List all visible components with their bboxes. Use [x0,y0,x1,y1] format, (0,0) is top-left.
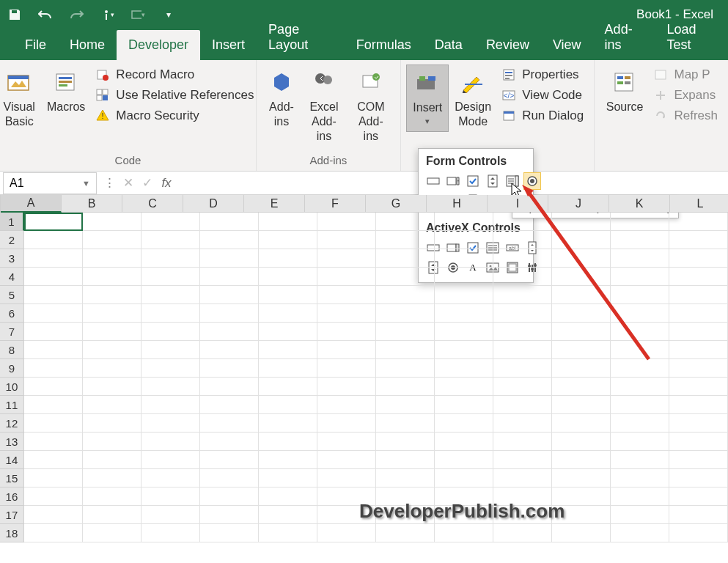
cell[interactable] [83,231,141,249]
row-header-11[interactable]: 11 [0,396,24,414]
row-header-13[interactable]: 13 [0,433,24,451]
cell[interactable] [552,524,611,542]
cell[interactable] [317,524,376,542]
cell[interactable] [493,231,552,249]
cell[interactable] [493,341,552,359]
cell[interactable] [493,359,552,378]
cell[interactable] [259,524,317,542]
cell[interactable] [141,469,200,487]
design-mode-button[interactable]: Design Mode [449,65,497,133]
cell[interactable] [376,524,435,542]
cell[interactable] [200,469,259,487]
cell[interactable] [24,286,83,304]
cell[interactable] [669,469,728,487]
cell[interactable] [200,304,259,323]
cell[interactable] [83,359,141,378]
row-header-8[interactable]: 8 [0,341,24,359]
tab-file[interactable]: File [13,30,58,60]
cell[interactable] [141,396,200,414]
cell[interactable] [200,396,259,414]
cell[interactable] [493,304,552,323]
cell[interactable] [200,433,259,451]
cancel-formula-button[interactable]: ✕ [119,173,138,194]
cell[interactable] [611,359,669,378]
cell[interactable] [376,359,435,378]
cell[interactable] [24,249,83,268]
cell[interactable] [435,268,493,286]
macros-button[interactable]: Macros [41,65,91,119]
cell[interactable] [376,414,435,433]
cell[interactable] [493,268,552,286]
cell[interactable] [83,524,141,542]
row-header-1[interactable]: 1 [0,213,24,231]
relative-references-button[interactable]: Use Relative References [95,88,254,103]
cell[interactable] [552,359,611,378]
cell[interactable] [317,396,376,414]
cell[interactable] [435,323,493,341]
cell[interactable] [317,304,376,323]
record-macro-button[interactable]: Record Macro [95,67,254,82]
com-addins-button[interactable]: COM Add-ins [348,65,394,148]
cell[interactable] [24,378,83,396]
cell[interactable] [83,396,141,414]
cell[interactable] [669,341,728,359]
cell[interactable] [552,323,611,341]
cell[interactable] [669,286,728,304]
cell[interactable] [259,341,317,359]
cell[interactable] [24,323,83,341]
cell[interactable] [611,414,669,433]
cell[interactable] [376,378,435,396]
cell[interactable] [24,341,83,359]
cell[interactable] [611,323,669,341]
cell[interactable] [259,249,317,268]
excel-addins-button[interactable]: Excel Add-ins [301,65,348,148]
cell[interactable] [317,249,376,268]
cell[interactable] [200,268,259,286]
cell[interactable] [552,213,611,231]
form-listbox-icon[interactable] [504,172,521,190]
cell[interactable] [24,231,83,249]
column-header-K[interactable]: K [609,195,670,213]
cell[interactable] [141,524,200,542]
cell[interactable] [83,323,141,341]
tab-load-test[interactable]: Load Test [655,15,728,60]
cell[interactable] [200,414,259,433]
cell[interactable] [611,304,669,323]
cell[interactable] [24,304,83,323]
cell[interactable] [493,286,552,304]
cell[interactable] [24,396,83,414]
row-header-9[interactable]: 9 [0,359,24,378]
cell[interactable] [141,231,200,249]
cell[interactable] [611,506,669,524]
column-header-J[interactable]: J [548,195,609,213]
refresh-data-button[interactable]: Refresh [653,108,718,123]
cell[interactable] [259,469,317,487]
save-icon[interactable] [7,7,22,22]
cell[interactable] [24,268,83,286]
properties-button[interactable]: Properties [501,67,584,82]
cell[interactable] [669,396,728,414]
cell[interactable] [200,286,259,304]
cell[interactable] [435,249,493,268]
cell[interactable] [83,341,141,359]
addins-button[interactable]: Add- ins [262,65,301,133]
cell[interactable] [435,286,493,304]
cell[interactable] [317,213,376,231]
cell[interactable] [259,213,317,231]
view-code-button[interactable]: </>View Code [501,88,584,103]
cell[interactable] [552,396,611,414]
cell[interactable] [317,451,376,469]
column-header-B[interactable]: B [62,195,122,213]
form-spinbutton-icon[interactable] [484,172,501,190]
cell[interactable] [669,487,728,506]
cell[interactable] [317,414,376,433]
cell[interactable] [83,249,141,268]
cell[interactable] [83,304,141,323]
cell[interactable] [611,341,669,359]
cell[interactable] [611,378,669,396]
cell[interactable] [24,469,83,487]
cell[interactable] [259,231,317,249]
cell[interactable] [141,213,200,231]
object-icon[interactable]: ▾ [130,7,145,22]
row-header-18[interactable]: 18 [0,524,24,542]
